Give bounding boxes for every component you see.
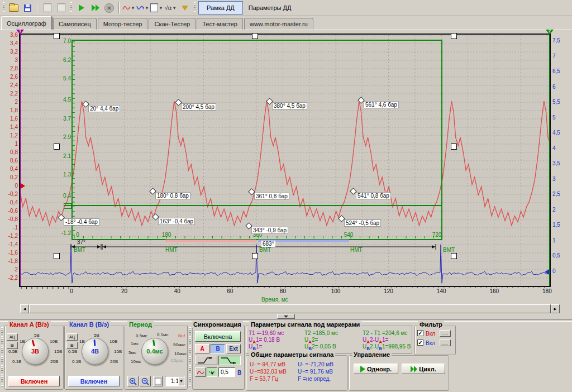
rising-edge-button[interactable] (195, 356, 217, 365)
tab-website[interactable]: www.motor-master.ru (244, 18, 313, 30)
pressure-zero-line[interactable] (64, 205, 441, 206)
channel-b-enabled-button[interactable]: Включен (68, 376, 120, 386)
download-button[interactable] (178, 2, 191, 14)
start-button[interactable] (75, 2, 88, 14)
falling-edge-button[interactable] (218, 356, 241, 365)
frame-resize-handle[interactable] (252, 33, 258, 39)
marker-param-value: T1 =-19,60 мс (249, 330, 284, 336)
knob-scale-label: 0.5мс (136, 333, 147, 338)
knob-pointer (32, 340, 35, 346)
time-marker-number: 1 (19, 29, 21, 33)
tab-scan-tester[interactable]: Скан-Тестер (149, 18, 196, 30)
zoom-out-button[interactable] (140, 376, 151, 386)
filter-checkbox[interactable]: ✓ (417, 330, 423, 336)
axis-tick-label: -0,4 (2, 199, 18, 205)
axis-tick-label: 7 (552, 53, 556, 59)
channel-b-range-knob[interactable]: 4В (82, 338, 108, 365)
collapse-panel-button[interactable] (277, 314, 295, 319)
play-icon (96, 4, 99, 11)
zoom-in-button[interactable] (127, 376, 139, 386)
stroke-label: ВМТ (443, 247, 455, 253)
grid-button[interactable]: ⊞ (66, 342, 78, 349)
filter-checkbox[interactable]: ✓ (417, 340, 423, 346)
marker-param-value: T2 =185,0 мс (304, 330, 338, 336)
adc-button[interactable]: АЦ (66, 333, 78, 341)
channel-a-param: F = 53,7 Гц (250, 376, 278, 382)
toolbar-grip[interactable] (70, 2, 72, 13)
single-run-button[interactable]: Однокр. (354, 364, 398, 374)
frame-resize-handle[interactable] (54, 33, 60, 39)
horizontal-scrollbar[interactable]: ◄ ► (20, 304, 560, 313)
time-marker-line-2[interactable] (549, 35, 550, 286)
knob-scale-label: 20В (50, 359, 58, 364)
panel-grip[interactable] (1, 325, 3, 388)
marker-param-value: UB2-UB1=998,95 В (363, 343, 411, 351)
sync-level-button[interactable] (207, 367, 217, 377)
annotation-label: 561° 4,6 бар (364, 101, 399, 108)
axis-tick-label: 2,5 (552, 191, 560, 197)
print-button[interactable] (41, 2, 54, 14)
sync-signal-button[interactable] (195, 367, 206, 377)
panel-grip[interactable] (189, 325, 191, 388)
tab-recorder[interactable]: Самописец (53, 18, 97, 30)
dd-frame[interactable] (72, 40, 442, 240)
frame-resize-handle[interactable] (54, 144, 60, 150)
frame-resize-handle[interactable] (252, 253, 258, 259)
tab-oscillograph[interactable]: Осциллограф (1, 16, 52, 30)
frame-resize-handle[interactable] (54, 253, 60, 259)
knob-value: 0.4мс (146, 348, 163, 355)
frame-resize-handle[interactable] (451, 253, 457, 259)
grid-button[interactable]: ⊞ (7, 342, 18, 349)
channel-b-menu-button[interactable]: ▼ (136, 2, 149, 14)
export-button[interactable] (55, 2, 68, 14)
new-page-button[interactable] (153, 376, 163, 386)
scale-ratio-dropdown-button[interactable]: ▼ (178, 377, 184, 385)
cycle-run-button[interactable]: Цикл. (402, 364, 445, 374)
filter-label: Вкл (426, 331, 435, 337)
channel-a-zero-marker[interactable] (21, 183, 25, 189)
toolbar-grip[interactable] (3, 2, 4, 13)
sync-source-ext-button[interactable]: Ext (226, 344, 241, 353)
scroll-left-button[interactable]: ◄ (20, 304, 29, 313)
pressure-zero-handle[interactable] (64, 203, 72, 209)
start-cycle-button[interactable] (89, 2, 102, 14)
channel-a-range-knob[interactable]: 3В (22, 338, 49, 365)
down-arrow-icon (182, 6, 188, 11)
channel-a-menu-button[interactable]: ▼ (122, 2, 135, 14)
annotation-label: 20° 4,4 бар (88, 105, 120, 112)
tab-test-master[interactable]: Тест-мастер (197, 18, 243, 30)
scroll-right-button[interactable]: ► (551, 304, 560, 313)
axis-tick-label: -1,8 (2, 258, 18, 264)
frame-resize-handle[interactable] (451, 33, 457, 39)
adc-button[interactable]: АЦ (7, 333, 18, 341)
scrollbar-thumb[interactable] (29, 304, 551, 313)
channel-a-enabled-button[interactable]: Включен (8, 376, 60, 386)
knob-scale-label: 15В (114, 349, 122, 354)
report-menu-button[interactable]: ▼ (150, 2, 163, 14)
axis-tick-label: 1,4 (2, 124, 18, 130)
dd-frame-toggle[interactable]: Рамка ДД (198, 1, 243, 15)
frame-resize-handle[interactable] (451, 144, 457, 150)
period-knob[interactable]: 0.4мс (141, 338, 168, 365)
play-icon (414, 366, 417, 372)
open-file-button[interactable] (7, 2, 20, 14)
tab-motor-tester[interactable]: Мотор-тестер (98, 18, 148, 30)
sync-enabled-button[interactable]: Включена (195, 331, 241, 342)
math-menu-button[interactable]: √α▼ (164, 2, 177, 14)
filter-settings-button[interactable]: ... (440, 340, 451, 346)
save-file-button[interactable] (21, 2, 34, 14)
channel-b-zero-marker[interactable] (545, 269, 549, 275)
knob-scale-label: 50мкс (173, 342, 185, 347)
toolbar-grip[interactable] (194, 2, 196, 13)
stroke-label: ВМТ (74, 247, 85, 253)
dd-params-button[interactable]: Параметры ДД (244, 2, 296, 14)
sync-source-a-button[interactable]: A (195, 344, 209, 353)
toolbar-separator (118, 2, 120, 13)
axis-tick-label: -2 (2, 266, 18, 273)
sync-source-b-button[interactable]: B (211, 344, 225, 353)
time-marker-line-1[interactable] (20, 35, 21, 286)
sync-level-input[interactable]: 0,5 (218, 367, 235, 377)
stop-button[interactable]: ✕ (103, 2, 116, 14)
filter-settings-button[interactable]: ... (440, 330, 451, 337)
axis-tick-label: 3,6 (2, 32, 18, 38)
